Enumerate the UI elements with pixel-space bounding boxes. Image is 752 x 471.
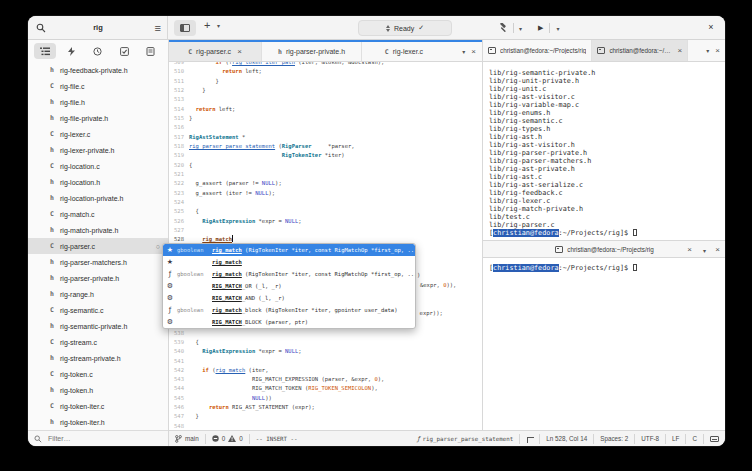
build-hammer-icon[interactable] [498,23,508,33]
file-item[interactable]: hrig-lexer-private.h [28,142,168,158]
file-item[interactable]: hrig-parser-matchers.h [28,254,168,270]
terminal-2-header[interactable]: christian@fedora:~/Projects/rig × ▾ × [483,240,725,258]
frame-close-icon[interactable]: × [715,46,720,55]
file-item[interactable]: Crig-token-iter.c [28,398,168,414]
frame-close-icon[interactable]: × [471,47,476,56]
file-item[interactable]: Crig-match.c [28,206,168,222]
terminal-tab-1[interactable]: christian@fedora:~/Projects/rig [483,40,592,61]
new-tab-button[interactable]: + [204,19,210,31]
terminal-tab-2[interactable]: christian@fedora:~/Projects/rig × [592,40,688,61]
diagnostics-indicator[interactable]: 0 0 [206,434,249,444]
file-item[interactable]: hrig-match-private.h [28,222,168,238]
completion-row[interactable]: ⚙RIG_MATCH_OR (_l, _r) [163,280,415,292]
code-line[interactable]: 527 [169,226,482,235]
todo-icon[interactable] [113,43,135,59]
completion-row[interactable]: ★rig_match [163,256,415,268]
completion-row[interactable]: ƒgbooleanrig_match_block (RigTokenIter *… [163,304,415,316]
code-line[interactable]: 518rig_parser_parse_statement (RigParser… [169,142,482,151]
file-item[interactable]: Crig-token.c [28,366,168,382]
code-line[interactable]: 538 [169,329,482,338]
indentation-setting[interactable]: Spaces: 2 [594,434,634,444]
file-item[interactable]: Crig-lexer.c [28,126,168,142]
encoding-setting[interactable]: UTF-8 [635,434,665,444]
run-icon[interactable]: ▶ [538,24,543,32]
filter-input[interactable] [46,434,156,443]
completion-row[interactable]: ★gbooleanrig_match (RigTokenIter *iter, … [163,244,415,256]
current-symbol[interactable]: ƒ rig_parser_parse_statement [411,434,519,444]
completion-row[interactable]: ƒgbooleanrig_match (RigTokenIter *iter, … [163,268,415,280]
language-setting[interactable]: C [686,434,703,444]
code-line[interactable]: 521 [169,170,482,179]
tab-rig-parser-c[interactable]: C rig-parser.c × [169,42,262,61]
omnibar[interactable]: Ready ✓ [358,20,452,36]
menu-icon[interactable]: ≡ [155,20,161,36]
code-line[interactable]: 514 return left; [169,105,482,114]
file-item[interactable]: hrig-location.h [28,174,168,190]
code-line[interactable]: 523 g_assert (iter != NULL); [169,189,482,198]
code-line[interactable]: 519 RigTokenIter *iter) [169,151,482,160]
code-line[interactable]: 543 RIG_MATCH_EXPRESSION (parser, &expr,… [169,375,482,384]
code-line[interactable]: 540 RigAstExpression *expr = NULL; [169,347,482,356]
tab-close-icon[interactable]: × [677,46,682,55]
code-line[interactable]: 515} [169,114,482,123]
code-line[interactable]: 524 [169,198,482,207]
file-item[interactable]: hrig-location-private.h [28,190,168,206]
file-item[interactable]: hrig-range.h [28,286,168,302]
documentation-icon[interactable] [140,43,162,59]
code-line[interactable]: 510 return left; [169,67,482,76]
code-line[interactable]: 525 { [169,207,482,216]
code-line[interactable]: 516 [169,123,482,132]
keyboard-indicator[interactable] [704,434,725,444]
branch-indicator[interactable]: main [169,434,205,444]
code-line[interactable]: 546 return RIG_AST_STATEMENT (expr); [169,403,482,412]
panel-close-icon[interactable]: × [715,245,720,254]
history-icon[interactable] [87,43,109,59]
file-item[interactable]: hrig-feedback-private.h [28,62,168,78]
code-line[interactable]: 513 [169,95,482,104]
file-item[interactable]: hrig-file-private.h [28,110,168,126]
file-item[interactable]: Crig-stream.c [28,334,168,350]
run-button-group[interactable]: ▶ ▾ [538,20,559,36]
new-tab-dropdown-icon[interactable]: ▾ [217,22,220,29]
code-line[interactable]: 522 g_assert (parser != NULL); [169,179,482,188]
file-item[interactable]: hrig-file.h [28,94,168,110]
file-item[interactable]: Crig-semantic.c [28,302,168,318]
code-line[interactable]: 541 [169,357,482,366]
completion-row[interactable]: ⚙RIG_MATCH_BLOCK (parser, ptr) [163,316,415,328]
tab-close-icon[interactable]: × [237,47,242,56]
code-line[interactable]: 517RigAstStatement * [169,133,482,142]
pages-dropdown-icon[interactable]: ▾ [706,47,709,54]
run-dropdown-icon[interactable]: ▾ [556,25,559,32]
line-ending-setting[interactable]: LF [666,434,685,444]
file-item[interactable]: hrig-stream-private.h [28,350,168,366]
tab-rig-parser-private-h[interactable]: h rig-parser-private.h [262,42,362,61]
run-pane-icon[interactable] [61,43,83,59]
pages-dropdown-icon[interactable]: ▾ [703,247,706,254]
code-line[interactable]: 520{ [169,161,482,170]
code-line[interactable]: 539 { [169,338,482,347]
code-line[interactable]: 542 if (rig_match (iter, [169,366,482,375]
terminal-2[interactable]: [christian@fedora:~/Projects/rig]$ [483,259,725,430]
code-line[interactable]: 511 } [169,77,482,86]
file-item[interactable]: hrig-semantic-private.h [28,318,168,334]
file-item[interactable]: Crig-location.c [28,158,168,174]
code-line[interactable]: 547 } [169,412,482,421]
file-item[interactable]: hrig-token.h [28,382,168,398]
copy-path-button[interactable] [520,434,539,444]
file-item[interactable]: Crig-parser.c○ [28,238,168,254]
code-line[interactable]: 544 RIG_MATCH_TOKEN (RIG_TOKEN_SEMICOLON… [169,384,482,393]
build-dropdown-icon[interactable]: ▾ [519,25,522,32]
project-tree-icon[interactable] [34,43,56,59]
pages-dropdown-icon[interactable]: ▾ [462,48,465,55]
code-line[interactable]: 545 NULL)) [169,394,482,403]
tab-close-icon[interactable]: × [687,245,692,254]
code-line[interactable]: 512 } [169,86,482,95]
sidebar-toggle-button[interactable] [174,20,196,36]
build-button-group[interactable]: ▾ [498,20,522,36]
completion-row[interactable]: ⚙RIG_MATCH_AND (_l, _r) [163,292,415,304]
file-item[interactable]: Crig-file.c [28,78,168,94]
window-close-button[interactable]: × [703,20,719,36]
file-item[interactable]: hrig-token-iter.h [28,414,168,430]
file-item[interactable]: hrig-parser-private.h [28,270,168,286]
tab-rig-lexer-c[interactable]: C rig-lexer.c [362,42,446,61]
